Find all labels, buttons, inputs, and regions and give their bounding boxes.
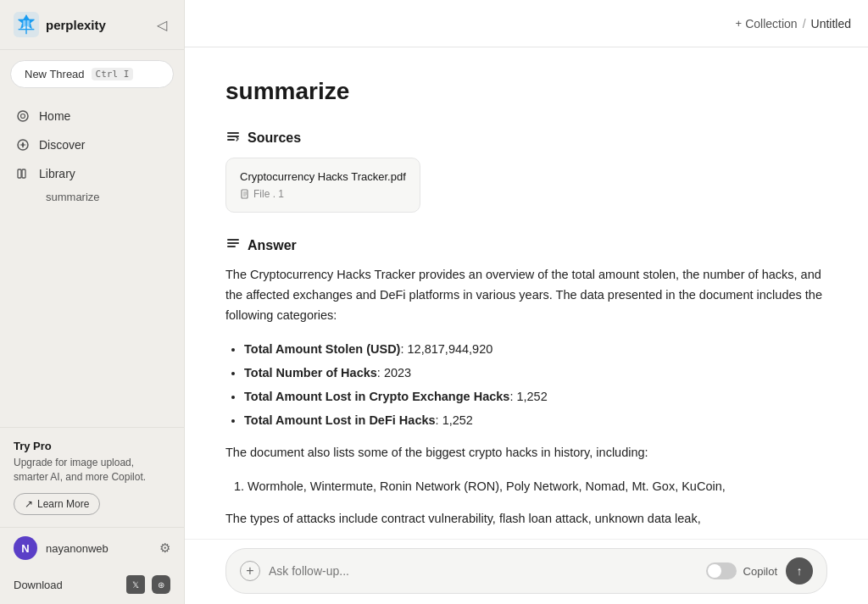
- bullet-bold-4: Total Amount Lost in DeFi Hacks: [244, 413, 436, 427]
- collection-label: Collection: [745, 17, 797, 30]
- home-icon: [15, 108, 31, 124]
- sources-card[interactable]: Cryptocurrency Hacks Tracker.pdf File . …: [225, 158, 420, 213]
- new-thread-label: New Thread: [25, 68, 85, 80]
- user-info: N nayanonweb: [14, 536, 108, 560]
- learn-more-label: Learn More: [37, 498, 89, 510]
- list-item: Total Amount Lost in Crypto Exchange Hac…: [244, 385, 827, 407]
- page-title: summarize: [225, 78, 827, 105]
- breadcrumb-separator: /: [803, 17, 806, 30]
- bullet-rest-2: : 2023: [377, 366, 411, 380]
- follow-up-input[interactable]: [269, 564, 698, 578]
- new-thread-shortcut: Ctrl I: [92, 68, 134, 80]
- answer-section: Answer The Cryptocurrency Hacks Tracker …: [225, 236, 827, 529]
- answer-numbered-list: Wormhole, Wintermute, Ronin Network (RON…: [248, 475, 827, 497]
- svg-rect-8: [22, 169, 25, 178]
- username: nayanonweb: [46, 542, 108, 555]
- add-button[interactable]: +: [240, 561, 260, 581]
- sidebar-item-library-label: Library: [39, 167, 75, 180]
- bullet-bold-1: Total Amount Stolen (USD): [244, 342, 400, 356]
- download-section: Download 𝕏 ⊛: [0, 568, 184, 604]
- bottom-input-bar: + Copilot ↑: [185, 539, 868, 604]
- bullet-bold-3: Total Amount Lost in Crypto Exchange Hac…: [244, 390, 509, 403]
- avatar: N: [14, 536, 37, 560]
- content-area: summarize Sources Cryptocurrency Hacks T…: [185, 47, 868, 604]
- learn-more-button[interactable]: ↗ Learn More: [14, 493, 100, 515]
- breadcrumb-title: Untitled: [811, 17, 851, 30]
- answer-title: Answer: [248, 238, 297, 253]
- file-meta-text: File . 1: [253, 188, 284, 200]
- svg-rect-11: [227, 139, 235, 141]
- list-item: Wormhole, Wintermute, Ronin Network (RON…: [248, 475, 827, 497]
- bullet-rest-4: : 1,252: [436, 413, 473, 427]
- answer-icon: [225, 236, 241, 255]
- answer-paragraph-2: The document also lists some of the bigg…: [225, 443, 827, 463]
- gear-icon[interactable]: ⚙: [159, 540, 170, 556]
- library-item-summarize[interactable]: summarize: [14, 189, 170, 205]
- sidebar-item-library[interactable]: Library: [7, 159, 177, 188]
- svg-rect-17: [227, 242, 239, 244]
- logo-area: perplexity: [14, 12, 106, 37]
- discord-icon[interactable]: ⊛: [152, 575, 170, 594]
- sources-icon: [225, 129, 241, 147]
- sources-header: Sources: [225, 129, 827, 147]
- copilot-toggle: Copilot: [706, 562, 777, 579]
- new-thread-button[interactable]: New Thread Ctrl I: [10, 60, 174, 88]
- bullet-rest-3: : 1,252: [509, 390, 547, 403]
- top-bar: + Collection / Untitled: [185, 0, 868, 47]
- copilot-label: Copilot: [743, 565, 777, 578]
- arrow-icon: ↗: [25, 498, 33, 510]
- answer-paragraph-1: The Cryptocurrency Hacks Tracker provide…: [225, 265, 827, 326]
- sidebar-item-home[interactable]: Home: [7, 102, 177, 130]
- svg-rect-10: [227, 136, 239, 137]
- copilot-switch[interactable]: [706, 562, 737, 579]
- plus-icon: +: [736, 17, 743, 30]
- breadcrumb: + Collection / Untitled: [736, 17, 851, 30]
- sidebar-header: perplexity ◁: [0, 0, 184, 50]
- answer-header: Answer: [225, 236, 827, 255]
- answer-paragraph-3: The types of attacks include contract vu…: [225, 509, 827, 529]
- bullet-rest-1: : 12,817,944,920: [400, 342, 492, 356]
- sidebar-item-discover-label: Discover: [39, 138, 85, 152]
- sidebar: perplexity ◁ New Thread Ctrl I Home Disc…: [0, 0, 185, 604]
- file-icon: [240, 189, 250, 199]
- list-item: Total Amount Lost in DeFi Hacks: 1,252: [244, 409, 827, 431]
- twitter-icon[interactable]: 𝕏: [126, 575, 145, 594]
- svg-rect-7: [18, 169, 21, 178]
- bullet-bold-2: Total Number of Hacks: [244, 366, 377, 380]
- try-pro-section: Try Pro Upgrade for image upload, smarte…: [0, 427, 184, 527]
- answer-bullet-list: Total Amount Stolen (USD): 12,817,944,92…: [244, 338, 827, 431]
- list-item: Total Amount Stolen (USD): 12,817,944,92…: [244, 338, 827, 360]
- sources-title: Sources: [248, 130, 301, 146]
- sidebar-item-home-label: Home: [39, 109, 70, 123]
- svg-point-5: [21, 114, 25, 119]
- discover-icon: [15, 137, 31, 152]
- source-filename: Cryptocurrency Hacks Tracker.pdf: [240, 170, 406, 183]
- user-section: N nayanonweb ⚙: [0, 527, 184, 568]
- perplexity-logo: [14, 12, 39, 37]
- social-icons: 𝕏 ⊛: [126, 575, 170, 594]
- svg-rect-16: [227, 239, 239, 241]
- breadcrumb-collection[interactable]: + Collection: [736, 17, 798, 30]
- try-pro-title: Try Pro: [14, 440, 170, 452]
- try-pro-description: Upgrade for image upload, smarter AI, an…: [14, 456, 170, 485]
- main-content: + Collection / Untitled summarize Source…: [185, 0, 868, 604]
- logo-text: perplexity: [46, 18, 106, 32]
- svg-point-4: [18, 111, 28, 121]
- sidebar-nav: Home Discover Library summarize: [0, 95, 184, 213]
- sidebar-collapse-button[interactable]: ◁: [153, 15, 170, 35]
- svg-rect-18: [227, 246, 236, 247]
- library-icon: [15, 166, 31, 181]
- send-button[interactable]: ↑: [786, 557, 813, 585]
- input-container: + Copilot ↑: [225, 548, 827, 594]
- sidebar-item-discover[interactable]: Discover: [7, 130, 177, 159]
- list-item: Total Number of Hacks: 2023: [244, 362, 827, 384]
- svg-rect-9: [227, 132, 239, 134]
- download-link[interactable]: Download: [14, 579, 63, 591]
- source-meta: File . 1: [240, 188, 406, 200]
